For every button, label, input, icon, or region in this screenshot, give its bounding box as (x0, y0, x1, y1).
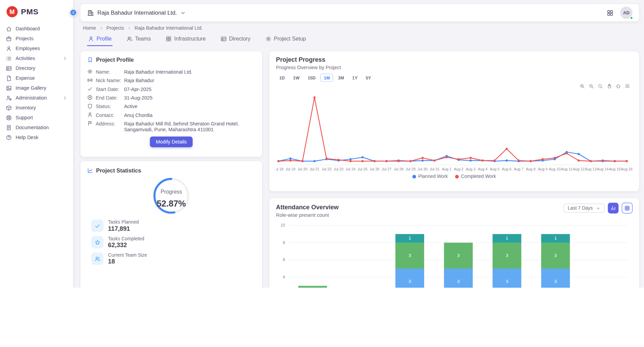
pan-hand-icon[interactable] (607, 84, 612, 89)
sidebar-item-label: Image Gallery (16, 85, 46, 91)
range-button-1m[interactable]: 1M (321, 74, 333, 82)
sidebar-item-label: Inventory (16, 105, 36, 111)
breadcrumb-projects[interactable]: Projects (107, 25, 124, 31)
tab-project-setup[interactable]: Project Setup (264, 34, 307, 46)
brand-name: PMS (21, 7, 39, 16)
svg-text:1: 1 (408, 236, 411, 241)
sidebar-item-directory[interactable]: Directory (0, 63, 73, 73)
svg-text:Aug 8: Aug 8 (526, 167, 535, 171)
tab-teams[interactable]: Teams (126, 34, 151, 46)
svg-text:Jul 31: Jul 31 (430, 167, 439, 171)
field-label: Contact: (96, 112, 121, 118)
svg-text:Aug 1: Aug 1 (442, 167, 451, 171)
sidebar-item-inventory[interactable]: Inventory (0, 103, 73, 113)
sidebar-nav: Dashboard Projects Employees Activities … (0, 21, 73, 145)
sidebar-item-image-gallery[interactable]: Image Gallery (0, 83, 73, 93)
reset-home-icon[interactable] (616, 84, 621, 89)
zoom-out-icon[interactable] (589, 84, 594, 89)
sidebar-item-employees[interactable]: Employees (0, 44, 73, 54)
svg-text:Jul 29: Jul 29 (406, 167, 416, 171)
field-value: Active (124, 103, 137, 109)
bar-view-button[interactable] (608, 203, 618, 213)
tab-directory[interactable]: Directory (220, 34, 251, 46)
user-card-icon (221, 36, 227, 42)
date-filter-select[interactable]: Last 7 Days (564, 203, 605, 213)
brand[interactable]: M PMS (0, 0, 73, 21)
project-statistics-card: Project Statistics Progress 52.87% Tasks… (80, 161, 262, 288)
navbar-right: AD (607, 6, 632, 19)
user-avatar[interactable]: AD (620, 6, 632, 19)
svg-text:Jul 19: Jul 19 (286, 167, 295, 171)
stat-value: 62,332 (108, 241, 144, 248)
zoom-in-icon[interactable] (580, 84, 585, 89)
range-button-5y[interactable]: 5Y (363, 74, 374, 82)
star-icon (94, 239, 100, 245)
field-value: 31-Aug-2025 (124, 95, 152, 101)
gauge-svg: Progress 52.87% (136, 175, 206, 217)
legend-item[interactable]: Planned Work (413, 174, 448, 179)
modify-details-button[interactable]: Modify Details (150, 137, 193, 147)
sidebar-item-support[interactable]: Support (0, 113, 73, 123)
apps-grid-icon[interactable] (607, 9, 614, 16)
field-label: Start Date: (96, 86, 121, 92)
svg-text:Aug 16: Aug 16 (621, 167, 632, 171)
chevron-right-icon (62, 56, 67, 61)
sidebar-item-expense[interactable]: Expense (0, 73, 73, 83)
stats-list: Tasks Planned117,891 Tasks Completed62,3… (87, 220, 256, 265)
range-button-1y[interactable]: 1Y (349, 74, 361, 82)
user-icon (6, 45, 12, 51)
card-header: Project Profile (87, 56, 256, 64)
bookmark-icon (87, 57, 93, 63)
svg-text:3: 3 (408, 253, 411, 258)
svg-text:Jul 28: Jul 28 (393, 167, 403, 171)
legend-item[interactable]: Completed Work (455, 174, 496, 179)
sidebar-collapse-button[interactable] (69, 9, 77, 16)
table-view-button[interactable] (622, 203, 632, 213)
card-subtitle: Progress Overview by Project (276, 64, 632, 70)
field-value: Raja Bahadur (124, 77, 154, 84)
sidebar-item-help-desk[interactable]: Help Desk (0, 133, 73, 142)
gear-icon (87, 69, 93, 75)
users-icon (126, 36, 132, 42)
progress-gauge: Progress 52.87% (136, 175, 206, 217)
range-button-15d[interactable]: 15D (304, 74, 319, 82)
attendance-overview-card: Attendance Overview Role-wise present co… (270, 198, 639, 288)
lifebuoy-icon (6, 115, 12, 121)
range-button-3m[interactable]: 3M (335, 74, 347, 82)
field-label: Address: (96, 121, 121, 127)
menu-icon[interactable] (625, 84, 630, 89)
svg-text:3: 3 (457, 253, 460, 258)
sidebar-item-administration[interactable]: Administration (0, 93, 73, 103)
card-title: Project Profile (96, 57, 133, 63)
chevron-right-icon (62, 95, 67, 100)
tab-infrastructure[interactable]: Infrastructure (165, 34, 207, 46)
sidebar-item-documentation[interactable]: Documentation (0, 123, 73, 133)
zoom-select-icon[interactable] (598, 84, 603, 89)
svg-text:52.87%: 52.87% (157, 199, 186, 208)
svg-text:Progress: Progress (161, 189, 182, 195)
card-header: Project Statistics (87, 166, 256, 174)
attendance-bar-chart[interactable]: 024681011116 August15 August233114 Augus… (276, 222, 632, 288)
tab-label: Profile (97, 36, 112, 42)
sidebar-item-projects[interactable]: Projects (0, 34, 73, 44)
sidebar-item-label: Directory (16, 65, 35, 71)
svg-text:3: 3 (554, 253, 557, 258)
x-circle-icon (87, 95, 93, 101)
sidebar-item-dashboard[interactable]: Dashboard (0, 24, 73, 34)
sidebar-item-label: Support (16, 115, 33, 121)
chart-line-icon (87, 167, 93, 173)
range-button-1w[interactable]: 1W (290, 74, 303, 82)
attendance-controls: Last 7 Days (564, 203, 632, 213)
grid-icon (165, 36, 172, 42)
field-label: End Date: (96, 95, 121, 101)
tab-profile[interactable]: Profile (87, 34, 113, 46)
company-selector[interactable]: Raja Bahadur International Ltd. (87, 9, 186, 16)
online-status-dot (630, 16, 633, 20)
breadcrumb-home[interactable]: Home (83, 25, 96, 31)
progress-line-chart[interactable]: Jul 18Jul 19Jul 20Jul 21Jul 22Jul 23Jul … (276, 90, 632, 172)
sidebar-item-activities[interactable]: Activities (0, 54, 73, 63)
svg-text:Aug 6: Aug 6 (502, 167, 511, 171)
time-range-selector: 1D 1W 15D 1M 3M 1Y 5Y (276, 74, 632, 82)
range-button-1d[interactable]: 1D (276, 74, 288, 82)
chevron-down-icon (180, 10, 186, 16)
